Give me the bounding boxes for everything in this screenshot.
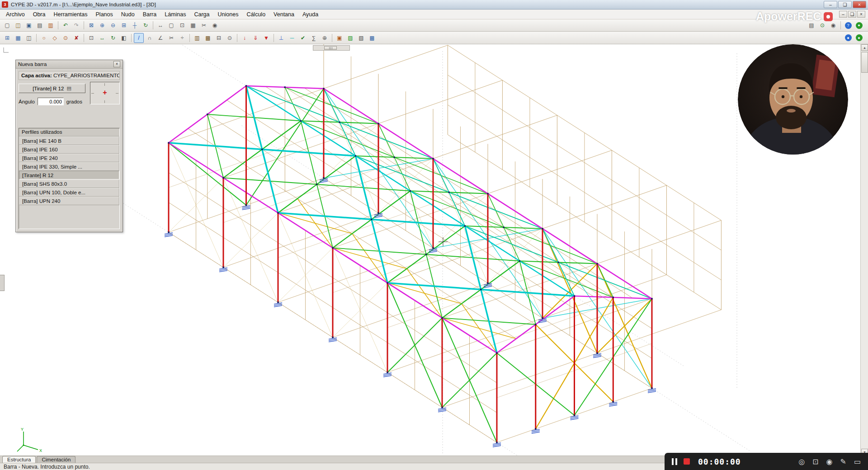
mdi-restore-button[interactable]: ❏	[848, 11, 856, 18]
scissors-icon[interactable]: ✂	[199, 20, 209, 30]
viewport-3d[interactable]: ▲ ▼ Y X Nueva barra × Capa activa: CYPE_…	[0, 44, 868, 456]
printer2-icon[interactable]: ▤	[807, 20, 816, 30]
snap-icon[interactable]: ⊡	[177, 20, 187, 30]
vertical-scrollbar[interactable]: ▲ ▼	[860, 44, 868, 456]
world-icon[interactable]: ⊙	[817, 20, 827, 30]
pen-icon[interactable]: ✎	[840, 457, 846, 466]
union-icon[interactable]: ▣	[335, 33, 344, 43]
groups-icon[interactable]: ◫	[24, 33, 34, 43]
mirror-icon[interactable]: ◧	[119, 33, 129, 43]
menu-obra[interactable]: Obra	[29, 10, 50, 19]
search-icon[interactable]: ◉	[210, 20, 220, 30]
menu-barra[interactable]: Barra	[139, 10, 161, 19]
ties-layer-icon[interactable]: ▧	[356, 33, 366, 43]
layers-icon[interactable]: ▦	[13, 33, 23, 43]
redraw-icon[interactable]: ↻	[141, 20, 151, 30]
point-load-icon[interactable]: ↓	[240, 33, 250, 43]
left-splitter-handle[interactable]	[0, 275, 5, 291]
menu-uniones[interactable]: Uniones	[214, 10, 243, 19]
line-load-icon[interactable]: ⇓	[250, 33, 260, 43]
pause-button[interactable]	[672, 458, 677, 465]
profile-select-button[interactable]: [Tirante] R 12 ▤	[19, 84, 85, 93]
zoom-extents-icon[interactable]: ⊠	[86, 20, 96, 30]
profile-icon[interactable]: ▥	[192, 33, 202, 43]
grid-icon[interactable]: ▦	[188, 20, 198, 30]
profile-row[interactable]: [Barra] IPE 240	[19, 154, 119, 162]
report-icon[interactable]: ▥	[46, 20, 56, 30]
resize-icon[interactable]: ⊡	[812, 457, 818, 466]
zoom-out-icon[interactable]: ⊖	[108, 20, 118, 30]
dialog-title-bar[interactable]: Nueva barra ×	[16, 60, 123, 69]
menu-nudo[interactable]: Nudo	[117, 10, 139, 19]
scroll-up-arrow[interactable]: ▲	[861, 44, 868, 51]
zoom-in-icon[interactable]: ⊕	[97, 20, 107, 30]
screen-icon[interactable]: ▭	[854, 457, 861, 466]
menu-archivo[interactable]: Archivo	[2, 10, 29, 19]
dialog-close-button[interactable]: ×	[113, 61, 120, 67]
open-file-icon[interactable]: ◫	[13, 20, 23, 30]
tab-cimentacion[interactable]: Cimentación	[37, 456, 75, 463]
results-icon[interactable]: ⊕	[320, 33, 330, 43]
rigid-end-icon[interactable]: ⊟	[214, 33, 224, 43]
special-icon[interactable]: ▩	[367, 33, 377, 43]
menu-calculo[interactable]: Cálculo	[242, 10, 269, 19]
undo-icon[interactable]: ↶	[61, 20, 71, 30]
mdi-close-button[interactable]: ×	[857, 11, 865, 18]
new-bar-icon[interactable]: /	[134, 33, 144, 43]
hinge-icon[interactable]: ⊙	[225, 33, 235, 43]
profile-row[interactable]: [Barra] UPN 100, Doble e...	[19, 188, 119, 197]
target-icon[interactable]: ◎	[798, 457, 805, 466]
delete-bar-icon[interactable]: ✂	[166, 33, 176, 43]
mdi-minimize-button[interactable]: –	[839, 11, 847, 18]
close-button[interactable]: ×	[853, 1, 866, 8]
web-round-icon[interactable]: ●	[854, 20, 864, 30]
area-load-icon[interactable]: ▼	[261, 33, 271, 43]
views-icon[interactable]: ⊞	[2, 33, 12, 43]
profile-row[interactable]: [Tirante] R 12	[19, 171, 119, 179]
divide-bar-icon[interactable]: ÷	[177, 33, 187, 43]
node-move-icon[interactable]: ◇	[50, 33, 60, 43]
measure-icon[interactable]: ↔	[156, 20, 165, 30]
minimize-button[interactable]: –	[824, 1, 837, 8]
poly-bar-icon[interactable]: ∠	[156, 33, 165, 43]
maximize-button[interactable]: ❏	[838, 1, 852, 8]
camera-icon[interactable]: ◉	[826, 457, 833, 466]
tie-icon[interactable]: ─	[287, 33, 297, 43]
support-icon[interactable]: ⊥	[276, 33, 286, 43]
material-icon[interactable]: ▩	[203, 33, 213, 43]
direction-widget[interactable]: +	[90, 82, 120, 104]
node-delete-icon[interactable]: ✘	[71, 33, 81, 43]
window-icon[interactable]: ▢	[166, 20, 176, 30]
menu-planos[interactable]: Planos	[92, 10, 117, 19]
coords-icon[interactable]: ⊡	[86, 33, 96, 43]
arc-bar-icon[interactable]: ∩	[145, 33, 155, 43]
scrollbar-thumb[interactable]	[861, 52, 868, 73]
node-new-icon[interactable]: ○	[39, 33, 49, 43]
tab-estructura[interactable]: Estructura	[2, 456, 36, 463]
pan-icon[interactable]: ┼	[130, 20, 140, 30]
zoom-window-icon[interactable]: ⊞	[119, 20, 129, 30]
check-icon[interactable]: ✔	[298, 33, 308, 43]
menu-laminas[interactable]: Láminas	[160, 10, 190, 19]
node-bind-icon[interactable]: ⊙	[61, 33, 71, 43]
menu-herramientas[interactable]: Herramientas	[49, 10, 91, 19]
record-green-icon[interactable]: ●	[854, 33, 864, 43]
redo-icon[interactable]: ↷	[71, 20, 81, 30]
profile-row[interactable]: [Barra] IPE 330, Simple ...	[19, 162, 119, 171]
menu-carga[interactable]: Carga	[190, 10, 213, 19]
scrollbar-grip[interactable]	[324, 46, 337, 50]
export-union-icon[interactable]: ▨	[345, 33, 355, 43]
profile-row[interactable]: [Barra] UPN 240	[19, 197, 119, 205]
profile-row[interactable]: [Barra] HE 140 B	[19, 136, 119, 145]
new-file-icon[interactable]: ▢	[2, 20, 12, 30]
menu-ayuda[interactable]: Ayuda	[298, 10, 322, 19]
help-round-icon[interactable]: ?	[843, 20, 853, 30]
rotate-icon[interactable]: ↻	[108, 33, 118, 43]
record-blue-icon[interactable]: ●	[843, 33, 853, 43]
profile-row[interactable]: [Barra] SHS 80x3.0	[19, 179, 119, 188]
menu-ventana[interactable]: Ventana	[269, 10, 298, 19]
print-icon[interactable]: ▤	[35, 20, 45, 30]
stop-button[interactable]	[684, 458, 690, 465]
calculate-icon[interactable]: ∑	[309, 33, 319, 43]
capture-icon[interactable]: ◉	[828, 20, 838, 30]
